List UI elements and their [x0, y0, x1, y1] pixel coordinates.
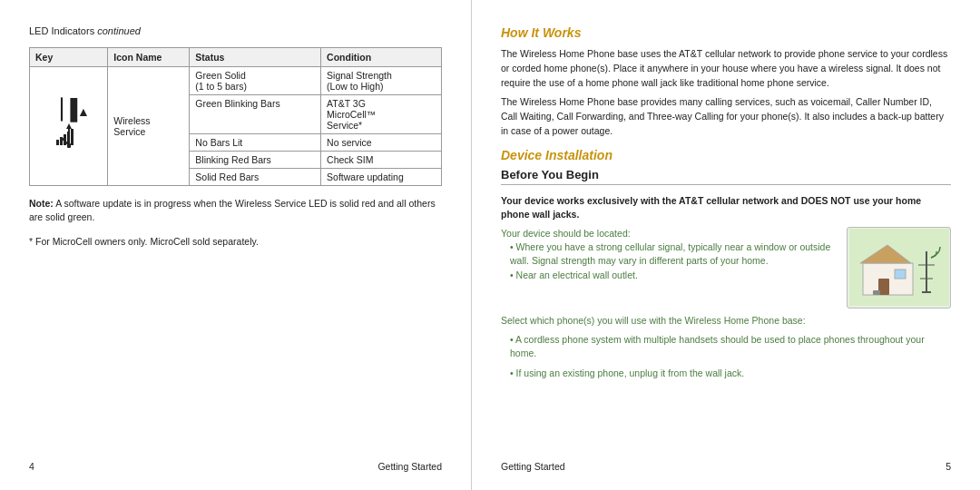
- svg-rect-4: [60, 137, 63, 145]
- condition-software-updating: Software updating: [321, 169, 442, 186]
- right-content: How It Works The Wireless Home Phone bas…: [501, 25, 951, 452]
- bullet-3: • A cordless phone system with multiple …: [501, 333, 951, 360]
- col-condition: Condition: [321, 48, 442, 67]
- condition-microcell: AT&T 3GMicroCell™Service*: [321, 95, 442, 134]
- led-section-title: LED Indicators continued: [29, 25, 442, 36]
- col-icon-name: Icon Name: [108, 48, 190, 67]
- status-solid-red: Solid Red Bars: [190, 169, 321, 186]
- green-intro2: Select which phone(s) you will use with …: [501, 314, 951, 328]
- illustration-box: [847, 227, 951, 309]
- page-label-left: Getting Started: [377, 461, 442, 472]
- svg-rect-18: [873, 290, 880, 295]
- bullet-2: • Near an electrical wall outlet.: [501, 269, 838, 282]
- col-status: Status: [190, 48, 321, 67]
- page-number-left: 4: [29, 461, 34, 472]
- col-key: Key: [30, 48, 108, 67]
- how-it-works-para2: The Wireless Home Phone base provides ma…: [501, 95, 951, 138]
- svg-marker-8: [66, 123, 72, 129]
- bullet-1: • Where you have a strong cellular signa…: [501, 240, 838, 268]
- svg-rect-7: [71, 129, 74, 145]
- svg-rect-5: [64, 134, 66, 145]
- page-number-row-left: 4 Getting Started: [29, 461, 442, 472]
- how-it-works-title: How It Works: [501, 25, 951, 40]
- led-title-italic: continued: [97, 25, 141, 36]
- condition-check-sim: Check SIM: [321, 152, 442, 169]
- bold-note: Your device works exclusively with the A…: [501, 194, 951, 221]
- status-green-solid: Green Solid(1 to 5 bars): [190, 67, 321, 95]
- house-illustration: [849, 229, 949, 306]
- page-left: LED Indicators continued Key Icon Name S…: [0, 0, 472, 490]
- green-intro1: Your device should be located:: [501, 227, 838, 240]
- page-right: How It Works The Wireless Home Phone bas…: [472, 0, 980, 490]
- status-no-bars: No Bars Lit: [190, 134, 321, 152]
- svg-rect-3: [56, 140, 59, 145]
- page-number-right: 5: [946, 461, 951, 472]
- microcell-note: * For MicroCell owners only. MicroCell s…: [29, 235, 442, 249]
- wireless-service-label: WirelessService: [108, 67, 190, 186]
- device-installation-title: Device Installation: [501, 148, 951, 162]
- how-it-works-para1: The Wireless Home Phone base uses the AT…: [501, 47, 951, 90]
- before-you-begin-heading: Before You Begin: [501, 168, 951, 185]
- svg-rect-6: [67, 132, 70, 145]
- wireless-icon-cell: ▕▐▲: [30, 67, 108, 186]
- bullet-4: • If using an existing phone, unplug it …: [501, 367, 951, 380]
- location-bullets: Your device should be located: • Where y…: [501, 227, 838, 282]
- note-text: Note: A software update is in progress w…: [29, 197, 442, 224]
- illustration-area: Your device should be located: • Where y…: [501, 227, 951, 309]
- page-number-row-right: Getting Started 5: [501, 461, 951, 472]
- condition-no-service: No service: [321, 134, 442, 152]
- led-title-normal: LED Indicators: [29, 25, 97, 36]
- status-blinking-red: Blinking Red Bars: [190, 152, 321, 169]
- svg-rect-13: [895, 270, 906, 279]
- condition-signal-strength: Signal Strength(Low to High): [321, 67, 442, 95]
- wireless-signal-icon: [54, 120, 83, 149]
- status-green-blinking: Green Blinking Bars: [190, 95, 321, 134]
- page-label-right: Getting Started: [501, 461, 565, 472]
- led-table: Key Icon Name Status Condition ▕▐▲: [29, 47, 442, 186]
